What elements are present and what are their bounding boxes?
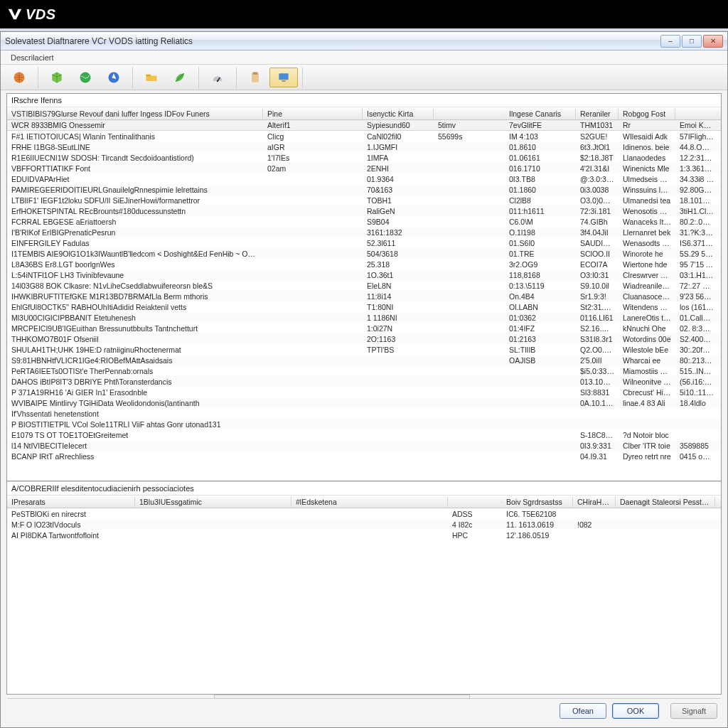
cell: $i5.0:3311 — [576, 366, 619, 376]
cell: 4'2I.31&I — [576, 164, 619, 173]
cell: los (1619 M19 — [675, 302, 718, 312]
column-header[interactable]: IPresarats — [7, 497, 135, 507]
toolbar-compass-button[interactable] — [100, 68, 128, 87]
toolbar-screen-button[interactable] — [269, 68, 298, 87]
toolbar-world-button[interactable] — [5, 68, 33, 87]
column-header[interactable]: Reraniler — [576, 109, 619, 119]
table-row[interactable]: PeSTBlOKi en nirecrstADSSIC6. T5E62108 — [7, 508, 721, 519]
cell: 01.1860 — [505, 185, 576, 195]
table-row[interactable]: I1TEMBlS AIE9OlG1O1k3IWauntlB'lledcom < … — [7, 248, 721, 259]
cell — [263, 221, 363, 223]
toolbar-leaf-button[interactable] — [166, 68, 194, 87]
column-header[interactable]: Isenyctic Kirta — [363, 109, 434, 119]
table-row[interactable]: I'B'RIKof ErIBIGPrenaticPesrun3161:1832O… — [7, 227, 721, 237]
subhead-cell: Rr — [619, 120, 675, 130]
cell: 5S.29 55{9 l1ldi — [675, 249, 718, 259]
column-header[interactable]: Robgog Fost — [619, 109, 675, 119]
cell — [505, 424, 576, 425]
table-row[interactable]: VBFFORTTIATIKF Font02am2ENHI016.17104'2I… — [7, 163, 721, 173]
table-row[interactable]: M:F O lO23tIVdoculs4 I82c11. 1613.0619!0… — [7, 519, 721, 530]
table-row[interactable]: L:54iNTFl1OF LH3 Tivinibfevaune1O.36t111… — [7, 269, 721, 280]
table-row[interactable]: EINFERGILEY Fadulas52.3l61101.S6I0SAUDIV… — [7, 237, 721, 248]
cell — [505, 402, 576, 404]
table-row[interactable]: FRHE I1BG8-SEutLINEaIGR1.IJGMFI01.86106t… — [7, 141, 721, 152]
cell: 118,8168 — [505, 270, 576, 280]
column-header[interactable]: 1Blu3IUEssgatimic — [135, 497, 291, 507]
minimize-button[interactable]: – — [660, 35, 680, 48]
svg-point-4 — [217, 80, 219, 82]
cell: P BIOSTITIETPIL VCol Sole11TRLI ViiF aht… — [7, 419, 263, 429]
table-row[interactable]: l14 NtIVIBECITIeIecert0I3.9:331Clber 'IT… — [7, 440, 721, 451]
cell: THHKOMO7B01F Ofseniil — [7, 334, 263, 344]
lower-grid-body[interactable]: PeSTBlOKi en nirecrstADSSIC6. T5E62108M:… — [7, 508, 721, 694]
cell: If'Vhssentati henetenstiont — [7, 409, 263, 419]
toolbar-folder-button[interactable] — [137, 68, 166, 87]
open-button[interactable]: Ofean — [560, 703, 606, 719]
table-row[interactable]: LTBlIF1' IEGF1t2loku SDFU/II SiEJinerHow… — [7, 195, 721, 205]
maximize-button[interactable]: □ — [682, 35, 702, 48]
cell: Cl2lB8 — [505, 196, 576, 205]
ok-button[interactable]: OOK — [612, 703, 659, 719]
table-row[interactable]: PAMIREGEERIDOITIEURLGnauilelgRnnespimie … — [7, 184, 721, 195]
signout-button[interactable]: Signaft — [670, 703, 717, 719]
cell: IS6.371 NEi — [675, 238, 718, 248]
column-header[interactable]: Boiv Sgrdrsastss — [502, 497, 573, 507]
cell — [434, 146, 505, 148]
table-row[interactable]: ErfHOKETSPINTAL REcBrounts#180ducessunst… — [7, 205, 721, 216]
cell — [434, 317, 505, 318]
column-header[interactable]: VSTIBIBIS79Glurse Revouf dani Iuffer Ing… — [7, 109, 263, 119]
table-row[interactable]: 14l03G88 BOK Clkasre: N1vLiheCseddlabwui… — [7, 280, 721, 291]
cell: linae.4 83 Ali — [619, 398, 675, 408]
table-row[interactable]: DAHOS iBtIP8IT'3 DBRIYE Phtl\Toransterda… — [7, 376, 721, 387]
table-row[interactable]: WVIBAIPE Mintlirvy TGiHiData Weolidondon… — [7, 397, 721, 408]
column-header[interactable]: Daenagit Staleorsi Pesstidietiers — [616, 497, 715, 507]
table-row[interactable]: PeRTA6IEETs0OTISt'e TherPennab:ornals$i5… — [7, 365, 721, 376]
column-header[interactable] — [434, 113, 505, 114]
upper-grid-header[interactable]: VSTIBIBIS79Glurse Revouf dani Iuffer Ing… — [7, 107, 721, 120]
close-button[interactable]: ✕ — [703, 35, 723, 48]
cell — [434, 168, 505, 169]
table-row[interactable]: Ml3U00CIGICIPBBANIT Etetuhenesh1 1186NI0… — [7, 312, 721, 323]
cell: 14l03G88 BOK Clkasre: N1vLiheCseddlabwui… — [7, 281, 263, 291]
table-row[interactable]: MRCPEICI9UB'IGEuithan Bressunutbbults Ta… — [7, 323, 721, 333]
footer-bar: Ofean OOK Signaft — [1, 700, 727, 722]
cell: 01.06161 — [505, 153, 576, 163]
cell — [434, 232, 505, 233]
upper-grid-body[interactable]: F#1 IETIOTOIUCAS| Wlanin Tentinalithanis… — [7, 131, 721, 481]
table-row[interactable]: BCANP IRtT aRrechliess04.I9.31Dyreo retr… — [7, 451, 721, 461]
toolbar-cube-button[interactable] — [43, 68, 71, 87]
column-header[interactable]: Ilngese Canaris — [505, 109, 576, 119]
table-row[interactable]: S9:81HBNHtfVLICR1IGe4:RIOBefMAttAsaidsai… — [7, 355, 721, 365]
cell: 70&163 — [363, 185, 434, 195]
column-header[interactable]: CHiraHOaet — [573, 497, 616, 507]
toolbar-gauge-button[interactable] — [203, 68, 232, 87]
toolbar-globe-button[interactable] — [71, 68, 100, 87]
menu-item[interactable]: Descrilaciert — [6, 53, 58, 62]
table-row[interactable]: FCRRAL EBGESE aEriattoershS9B04C6.0\M74.… — [7, 216, 721, 227]
table-row[interactable]: SHULAH1TH;UHK 19HE:D ratniiginuRhoctener… — [7, 344, 721, 355]
table-row[interactable]: L8A36BS Er8.LGT boorlgnWes25.3183r2.OG9E… — [7, 259, 721, 269]
table-row[interactable]: E1079 TS OT TOE1TOEtGreitemetS-18C80E?d … — [7, 429, 721, 440]
column-header[interactable] — [675, 113, 718, 114]
table-row[interactable]: EDUIDVAPArHiet01.93640I3.TB8@:3.0:311Ulm… — [7, 173, 721, 184]
cell: AI PI8DKA Tartwontfofloint — [7, 530, 135, 540]
column-header[interactable] — [448, 501, 502, 503]
toolbar-clip-button[interactable] — [241, 68, 269, 87]
table-row[interactable]: IHWKIBRUFTITEfGKE M1R13BD7BRMAfLla Berm … — [7, 291, 721, 301]
table-row[interactable]: P BIOSTITIETPIL VCol Sole11TRLI ViiF aht… — [7, 419, 721, 429]
status-segment — [214, 695, 470, 699]
cell: VBFFORTTIATIKF Font — [7, 164, 263, 173]
column-header[interactable]: #lEdsketena — [291, 497, 448, 507]
cell: 02am — [263, 164, 363, 173]
cell: Wharcai ee — [619, 355, 675, 365]
table-row[interactable]: EhlGfUl8OCTK5'' RABHOUhItiAdidid Reiakte… — [7, 301, 721, 312]
table-row[interactable]: AI PI8DKA TartwontfoflointHPC12'.186.051… — [7, 530, 721, 540]
table-row[interactable]: R1E6IIUECNI1W SDOSH: Tircandt Secdoidoan… — [7, 152, 721, 163]
table-row[interactable]: If'Vhssentati henetenstiont — [7, 408, 721, 419]
table-row[interactable]: THHKOMO7B01F Ofseniil2O:116301:2163S31I8… — [7, 333, 721, 344]
column-header[interactable]: Pine — [263, 109, 363, 119]
table-row[interactable]: P 371A19RH16 'Ai GIER In1' ErasodnbleSl3… — [7, 387, 721, 397]
lower-grid-header[interactable]: IPresarats1Blu3IUEssgatimic#lEdsketenaBo… — [7, 496, 721, 508]
cell: 3r2.OG9 — [505, 259, 576, 269]
table-row[interactable]: F#1 IETIOTOIUCAS| Wlanin Tentinalithanis… — [7, 131, 721, 141]
